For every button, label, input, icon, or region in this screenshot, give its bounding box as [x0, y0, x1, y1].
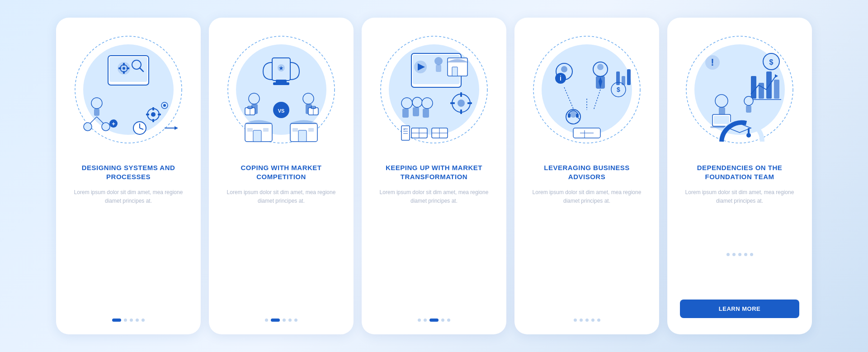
dot-3[interactable]: [429, 319, 439, 322]
card-4-illustration: i $: [528, 29, 646, 155]
svg-rect-27: [158, 114, 161, 115]
dot-3[interactable]: [585, 319, 589, 322]
svg-point-13: [91, 98, 102, 109]
svg-point-18: [102, 123, 110, 131]
svg-point-113: [570, 111, 576, 118]
card-2-dots: [265, 319, 297, 325]
dot-3[interactable]: [738, 253, 741, 256]
card-designing-systems: + DE: [56, 18, 201, 334]
card-2-illustration: ★ VS: [222, 29, 340, 155]
dot-5[interactable]: [447, 319, 450, 322]
card-1-title: DESIGNING SYSTEMS AND PROCESSES: [69, 163, 188, 182]
svg-rect-134: [751, 76, 756, 99]
svg-rect-76: [402, 109, 409, 118]
svg-rect-72: [452, 67, 458, 76]
svg-point-17: [84, 123, 92, 131]
dot-1[interactable]: [418, 319, 421, 322]
card-4-dots: [574, 319, 600, 325]
card-5-illustration: ! $: [681, 29, 798, 155]
svg-text:$: $: [617, 86, 620, 93]
svg-point-75: [422, 98, 433, 109]
svg-text:!: !: [711, 57, 714, 68]
dot-4[interactable]: [744, 253, 747, 256]
card-4-body: Lorem ipsum dolor sit dim amet, mea regi…: [527, 188, 646, 205]
dot-5[interactable]: [294, 319, 297, 322]
svg-rect-14: [94, 109, 99, 116]
svg-rect-26: [146, 114, 149, 115]
svg-text:+: +: [112, 120, 115, 127]
dot-1[interactable]: [726, 253, 730, 256]
dot-4[interactable]: [591, 319, 594, 322]
dot-4[interactable]: [441, 319, 444, 322]
svg-point-6: [123, 67, 125, 70]
svg-point-81: [458, 100, 465, 107]
dot-5[interactable]: [750, 253, 753, 256]
card-foundation-team: ! $: [667, 18, 812, 334]
dot-5[interactable]: [142, 319, 145, 322]
card-1-body: Lorem ipsum dolor sit dim amet, mea regi…: [69, 188, 188, 205]
dot-2[interactable]: [124, 319, 127, 322]
dot-1[interactable]: [265, 319, 268, 322]
card-2-body: Lorem ipsum dolor sit dim amet, mea regi…: [222, 188, 341, 205]
card-2-title: COPING WITH MARKET COMPETITION: [222, 163, 341, 182]
svg-point-43: [249, 93, 259, 104]
dot-1[interactable]: [112, 319, 121, 322]
card-4-title: LEVERAGING BUSINESS ADVISORS: [527, 163, 646, 182]
svg-text:VS: VS: [278, 108, 285, 114]
svg-rect-58: [263, 128, 269, 132]
svg-point-100: [561, 66, 567, 72]
svg-text:i: i: [560, 75, 561, 82]
svg-point-129: [715, 95, 728, 107]
card-3-dots: [418, 319, 450, 325]
svg-rect-78: [423, 109, 429, 118]
svg-text:$: $: [769, 58, 774, 66]
svg-rect-144: [746, 105, 751, 113]
card-3-body: Lorem ipsum dolor sit dim amet, mea regi…: [374, 188, 494, 205]
svg-rect-70: [436, 65, 441, 72]
svg-rect-82: [460, 92, 462, 97]
svg-rect-77: [413, 107, 419, 116]
svg-rect-62: [308, 128, 314, 132]
dot-4[interactable]: [136, 319, 139, 322]
svg-point-23: [151, 112, 156, 117]
dot-2[interactable]: [732, 253, 736, 256]
card-business-advisors: i $: [514, 18, 659, 334]
svg-rect-83: [460, 109, 462, 114]
dot-5[interactable]: [597, 319, 600, 322]
svg-rect-115: [576, 114, 579, 118]
svg-rect-25: [152, 119, 154, 122]
svg-point-142: [746, 133, 751, 138]
dot-4[interactable]: [288, 319, 292, 322]
svg-point-73: [401, 98, 412, 109]
card-market-transformation: ✓ KEEPING UP WITH MARKET TRANSFORMATION …: [362, 18, 506, 334]
card-5-body: Lorem ipsum dolor sit dim amet, mea regi…: [680, 188, 799, 205]
svg-text:✓: ✓: [403, 128, 406, 131]
dot-1[interactable]: [574, 319, 577, 322]
svg-rect-7: [123, 63, 125, 66]
learn-more-button[interactable]: LEARN MORE: [680, 300, 799, 318]
card-3-title: KEEPING UP WITH MARKET TRANSFORMATION: [374, 163, 494, 182]
svg-rect-24: [152, 107, 154, 110]
svg-rect-57: [247, 128, 253, 132]
svg-rect-40: [273, 82, 289, 85]
dot-3[interactable]: [283, 319, 286, 322]
svg-point-143: [744, 96, 753, 105]
card-5-dots: [726, 253, 753, 260]
svg-rect-61: [292, 128, 298, 132]
svg-point-69: [434, 57, 443, 65]
svg-point-74: [412, 97, 422, 107]
dot-3[interactable]: [130, 319, 133, 322]
svg-rect-85: [467, 102, 472, 104]
svg-point-30: [163, 104, 166, 107]
dot-2[interactable]: [271, 319, 280, 322]
svg-rect-114: [568, 114, 571, 118]
svg-rect-111: [627, 69, 631, 85]
svg-rect-60: [298, 130, 307, 142]
dot-2[interactable]: [424, 319, 427, 322]
svg-rect-109: [616, 71, 620, 85]
svg-rect-9: [118, 67, 121, 69]
dot-2[interactable]: [580, 319, 583, 322]
svg-rect-56: [253, 130, 261, 142]
svg-rect-110: [622, 76, 625, 85]
svg-point-50: [303, 93, 314, 104]
